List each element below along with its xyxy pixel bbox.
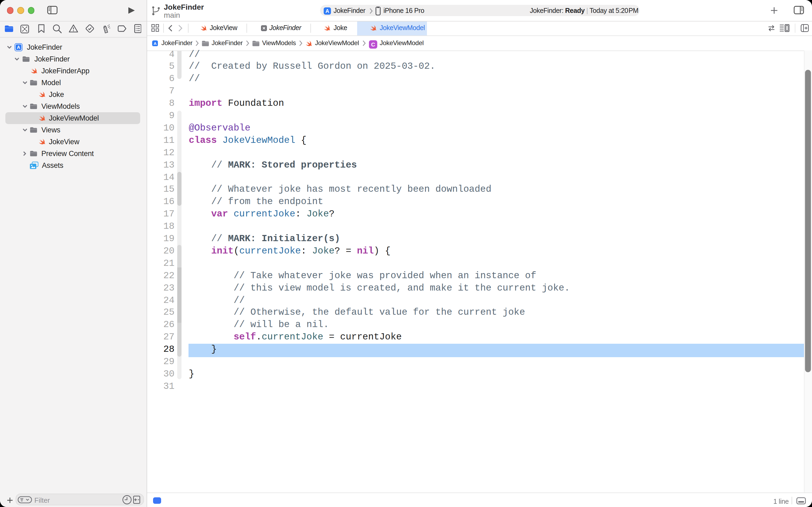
svg-text:A: A (325, 8, 329, 14)
svg-text:A: A (17, 45, 20, 50)
svg-text:C: C (371, 41, 375, 48)
svg-text:A: A (153, 41, 156, 45)
